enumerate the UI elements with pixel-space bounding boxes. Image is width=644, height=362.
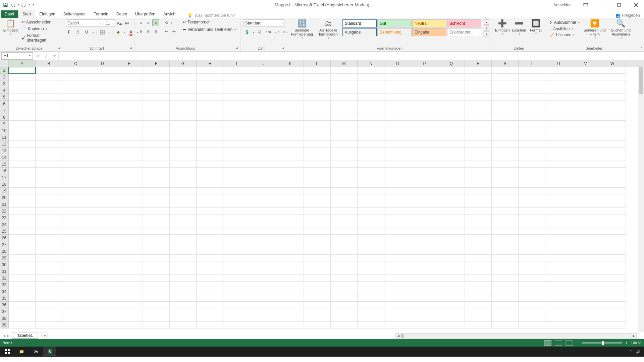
- undo-dropdown[interactable]: ▾: [18, 3, 19, 6]
- cell[interactable]: [438, 147, 465, 154]
- format-cells-button[interactable]: 🔲Format▾: [528, 19, 543, 36]
- row-header[interactable]: 30: [0, 261, 8, 268]
- cell[interactable]: [384, 67, 411, 74]
- cell[interactable]: [599, 121, 626, 127]
- cell[interactable]: [572, 107, 599, 114]
- cell[interactable]: [438, 288, 465, 295]
- cell[interactable]: [89, 221, 116, 228]
- cell[interactable]: [89, 295, 116, 302]
- orientation-icon[interactable]: ⟲: [163, 19, 170, 26]
- cell[interactable]: [331, 74, 358, 80]
- cell[interactable]: [62, 208, 89, 215]
- cell[interactable]: [89, 121, 116, 127]
- cell[interactable]: [197, 228, 223, 235]
- cell[interactable]: [62, 261, 89, 268]
- cell[interactable]: [331, 168, 358, 174]
- cell[interactable]: [36, 241, 62, 248]
- cell-style-schlecht[interactable]: Schlecht: [447, 19, 481, 27]
- cell[interactable]: [519, 161, 545, 168]
- cell[interactable]: [411, 174, 438, 181]
- cell[interactable]: [277, 174, 304, 181]
- cell[interactable]: [197, 114, 223, 121]
- cell[interactable]: [438, 168, 465, 174]
- cell[interactable]: [36, 80, 62, 87]
- cell[interactable]: [331, 255, 358, 261]
- cell[interactable]: [438, 215, 465, 221]
- cell[interactable]: [36, 282, 62, 288]
- cell[interactable]: [170, 80, 197, 87]
- cell[interactable]: [197, 288, 223, 295]
- cell[interactable]: [170, 127, 197, 134]
- cell[interactable]: [438, 127, 465, 134]
- cell[interactable]: [89, 308, 116, 315]
- cell[interactable]: [36, 215, 62, 221]
- cell[interactable]: [572, 154, 599, 161]
- cell[interactable]: [170, 308, 197, 315]
- cell[interactable]: [331, 121, 358, 127]
- cell[interactable]: [143, 208, 170, 215]
- cell[interactable]: [116, 174, 143, 181]
- insert-cells-button[interactable]: ➕Einfügen▾: [495, 19, 510, 36]
- cell[interactable]: [89, 228, 116, 235]
- cell[interactable]: [331, 147, 358, 154]
- cell[interactable]: [545, 295, 572, 302]
- cell[interactable]: [116, 221, 143, 228]
- tray-chevron-icon[interactable]: ˄: [630, 350, 632, 354]
- cell[interactable]: [223, 221, 250, 228]
- cell[interactable]: [438, 141, 465, 147]
- cell[interactable]: [545, 121, 572, 127]
- minimize-button[interactable]: [596, 0, 609, 10]
- cell[interactable]: [358, 80, 384, 87]
- column-header[interactable]: C: [62, 60, 89, 67]
- align-top-icon[interactable]: ≡: [138, 19, 144, 26]
- cell[interactable]: [545, 154, 572, 161]
- cell[interactable]: [358, 295, 384, 302]
- cell[interactable]: [438, 282, 465, 288]
- cell[interactable]: [250, 194, 277, 201]
- cell[interactable]: [197, 201, 223, 208]
- cell[interactable]: [36, 275, 62, 282]
- cell[interactable]: [331, 101, 358, 107]
- cell-style-ausgabe[interactable]: Ausgabe: [342, 28, 377, 36]
- cell[interactable]: [143, 302, 170, 308]
- cell[interactable]: [277, 134, 304, 141]
- cell[interactable]: [492, 154, 519, 161]
- cell[interactable]: [197, 282, 223, 288]
- column-header[interactable]: O: [384, 60, 411, 67]
- cell[interactable]: [438, 181, 465, 188]
- cell[interactable]: [197, 147, 223, 154]
- cell[interactable]: [89, 302, 116, 308]
- cell[interactable]: [331, 268, 358, 275]
- row-header[interactable]: 2: [0, 74, 8, 80]
- cell[interactable]: [170, 208, 197, 215]
- cell[interactable]: [277, 275, 304, 282]
- cell[interactable]: [545, 315, 572, 322]
- cell[interactable]: [384, 322, 411, 328]
- cell[interactable]: [572, 215, 599, 221]
- cell[interactable]: [197, 268, 223, 275]
- cell[interactable]: [116, 228, 143, 235]
- row-header[interactable]: 5: [0, 94, 8, 101]
- cell[interactable]: [277, 248, 304, 255]
- cell[interactable]: [36, 308, 62, 315]
- row-header[interactable]: 21: [0, 201, 8, 208]
- cell[interactable]: [572, 147, 599, 154]
- cell[interactable]: [9, 295, 36, 302]
- cell[interactable]: [62, 87, 89, 94]
- cell[interactable]: [572, 235, 599, 241]
- cell[interactable]: [411, 322, 438, 328]
- cell[interactable]: [438, 121, 465, 127]
- cell[interactable]: [223, 215, 250, 221]
- cell[interactable]: [170, 201, 197, 208]
- cell[interactable]: [492, 221, 519, 228]
- cell[interactable]: [223, 174, 250, 181]
- cell[interactable]: [358, 168, 384, 174]
- cell[interactable]: [545, 282, 572, 288]
- cell[interactable]: [197, 127, 223, 134]
- cell[interactable]: [331, 241, 358, 248]
- cell[interactable]: [250, 282, 277, 288]
- cell[interactable]: [250, 235, 277, 241]
- cell[interactable]: [9, 288, 36, 295]
- cell[interactable]: [384, 168, 411, 174]
- cell[interactable]: [9, 194, 36, 201]
